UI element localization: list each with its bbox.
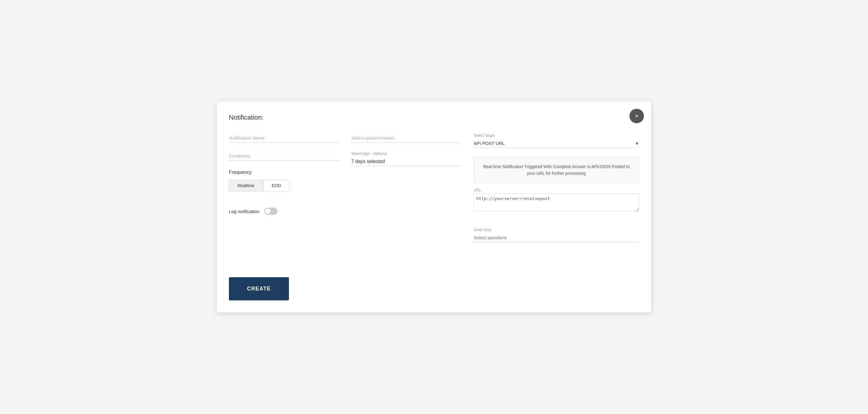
frequency-buttons: Realtime EOD: [229, 180, 339, 191]
frequency-label: Frequency: [229, 170, 339, 175]
questionnaires-field: [351, 134, 462, 142]
close-button[interactable]: ×: [629, 109, 644, 123]
log-notification-toggle[interactable]: [264, 208, 277, 215]
notification-name-input[interactable]: [229, 134, 339, 142]
conditions-input[interactable]: [229, 151, 339, 161]
select-target-label: Select Target: [473, 134, 639, 138]
url-field: URL http://yourserver/receivepost: [473, 188, 639, 219]
log-notification-label: Log notification: [229, 209, 259, 214]
create-button[interactable]: CREATE: [229, 277, 289, 301]
select-days-label: Select days - Optional: [351, 151, 462, 156]
notify-only-label: Notify Only: [473, 228, 639, 232]
url-label: URL: [473, 188, 639, 192]
modal-header: Notification: ×: [229, 113, 639, 122]
notification-name-field: [229, 134, 339, 142]
frequency-section: Frequency Realtime EOD: [229, 170, 339, 199]
form-grid: Frequency Realtime EOD Log notification: [229, 134, 639, 251]
realtime-button[interactable]: Realtime: [229, 180, 263, 191]
notify-only-field: Notify Only: [473, 228, 639, 242]
eod-button[interactable]: EOD: [263, 180, 289, 191]
questionnaires-input[interactable]: [351, 134, 462, 142]
select-target-field: Select Target API POST URL ▼: [473, 134, 639, 148]
days-selected-value[interactable]: 7 days selected: [351, 157, 462, 166]
right-column: Select Target API POST URL ▼ Real-time N…: [473, 134, 639, 251]
middle-column: Select days - Optional 7 days selected: [351, 134, 462, 251]
select-questions-input[interactable]: [473, 233, 639, 242]
conditions-field: [229, 151, 339, 161]
url-textarea[interactable]: http://yourserver/receivepost: [473, 194, 639, 211]
log-notification-row: Log notification: [229, 208, 339, 215]
info-box: Real-time Notification Triggered With Co…: [473, 157, 639, 183]
toggle-slider: [264, 208, 277, 215]
left-column: Frequency Realtime EOD Log notification: [229, 134, 339, 251]
modal-title: Notification:: [229, 113, 264, 122]
select-target-wrapper: API POST URL ▼: [473, 139, 639, 148]
select-target-dropdown[interactable]: API POST URL: [473, 139, 639, 148]
days-field: Select days - Optional 7 days selected: [351, 151, 462, 166]
modal-container: Notification: × Frequency Realtime EOD: [217, 102, 651, 312]
